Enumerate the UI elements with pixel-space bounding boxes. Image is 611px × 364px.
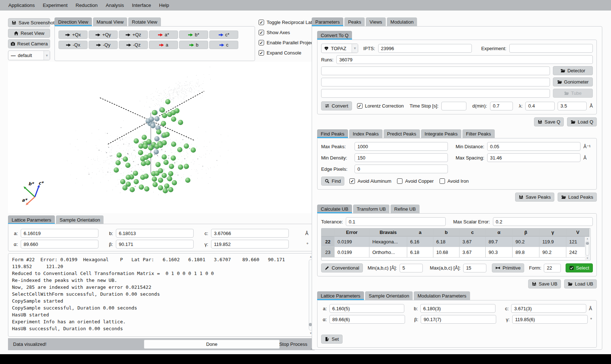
table-cell[interactable]: 0.0199 (335, 236, 369, 247)
table-cell[interactable]: 6.18 (407, 247, 433, 258)
gamma-field[interactable] (211, 240, 289, 248)
c-field[interactable] (211, 229, 289, 238)
tab-refine-ub[interactable]: Refine UB (391, 205, 419, 213)
checkbox-avoid-iron[interactable]: Avoid Iron (440, 178, 469, 184)
direction-button-c[interactable]: c (209, 41, 238, 49)
max-abc-field[interactable] (463, 264, 487, 272)
b-result-field[interactable] (420, 304, 495, 313)
set-button[interactable]: Set (321, 335, 343, 344)
convert-button[interactable]: Convert (321, 101, 352, 110)
max-scalar-error-field[interactable] (493, 217, 593, 226)
a-field[interactable] (21, 229, 98, 238)
save-peaks-button[interactable]: Save Peaks (515, 193, 554, 202)
stop-process-button[interactable]: Stop Process (279, 341, 307, 347)
table-row-form-22[interactable]: 220.0199Hexagona...6.166.183.6789.790.21… (321, 236, 590, 247)
beta-result-field[interactable] (421, 315, 496, 324)
table-scrollbar[interactable]: ▲▼ (585, 237, 590, 260)
lambda-max-field[interactable] (558, 102, 587, 110)
table-cell[interactable]: 90.2 (513, 236, 539, 247)
min-distance-field[interactable] (487, 142, 580, 151)
camera-preset-select[interactable]: — default ▼ (8, 50, 50, 60)
table-cell[interactable]: 90.3 (486, 247, 513, 258)
load-peaks-button[interactable]: Load Peaks (558, 193, 597, 202)
reset-camera-button[interactable]: Reset Camera (8, 39, 50, 48)
b-field[interactable] (116, 229, 194, 238)
detector-button[interactable]: Detector (553, 66, 593, 75)
scroll-down-icon[interactable]: ▼ (585, 257, 590, 259)
log-console[interactable]: Form #22 Error: 0.0199 Hexagonal P Lat P… (8, 253, 315, 337)
table-row-form-23[interactable]: 230.0199Orthorho...6.1810.683.6790.389.8… (321, 247, 590, 258)
runs-field[interactable] (336, 55, 593, 64)
save-screenshot-button[interactable]: Save Screenshot (8, 18, 50, 27)
edge-pixels-field[interactable] (355, 165, 448, 173)
table-cell[interactable]: 3.67 (460, 236, 486, 247)
tab-transform-ub[interactable]: Transform UB (353, 205, 389, 213)
dmin-field[interactable] (490, 102, 513, 110)
menu-item-applications[interactable]: Applications (4, 0, 39, 11)
tab-calculate-ub[interactable]: Calculate UB (317, 205, 352, 213)
form-field[interactable] (544, 264, 561, 272)
beta-field[interactable] (116, 240, 194, 248)
tab-peaks[interactable]: Peaks (344, 17, 365, 26)
menu-item-analysis[interactable]: Analysis (102, 0, 128, 11)
conventional-button[interactable]: Conventional (321, 263, 363, 272)
max-peaks-field[interactable] (355, 142, 448, 151)
table-cell[interactable]: 0.0199 (335, 247, 369, 258)
min-density-field[interactable] (355, 153, 448, 162)
lorentz-checkbox[interactable]: ✓ Lorentz Correction (357, 103, 404, 109)
load-q-button[interactable]: Load Q (567, 117, 597, 126)
alpha-result-field[interactable] (329, 315, 405, 324)
tab-predict-peaks[interactable]: Predict Peaks (384, 129, 420, 138)
tab-find-peaks[interactable]: Find Peaks (317, 129, 348, 138)
find-button[interactable]: Find (321, 177, 344, 186)
detector-file-field[interactable] (321, 66, 550, 75)
load-ub-button[interactable]: Load UB (564, 279, 597, 288)
menu-item-reduction[interactable]: Reduction (72, 0, 102, 11)
ipts-field[interactable] (378, 44, 472, 53)
direction-button-minus-qx[interactable]: -Qx (58, 41, 88, 49)
table-cell[interactable]: 89.7 (486, 236, 513, 247)
tab-direction-view[interactable]: Direction View (54, 17, 92, 26)
save-ub-button[interactable]: Save UB (528, 279, 561, 288)
primitive-button[interactable]: Primitive (492, 263, 524, 272)
a-result-field[interactable] (329, 304, 405, 313)
direction-button-plusminus-qz[interactable]: +Qz (119, 31, 148, 39)
tab-index-peaks[interactable]: Index Peaks (349, 129, 383, 138)
table-cell[interactable]: Orthorho... (369, 247, 407, 258)
direction-button-minus-qy[interactable]: -Qy (89, 41, 118, 49)
table-cell[interactable]: 10.68 (433, 247, 460, 258)
direction-button-a[interactable]: a (149, 41, 178, 49)
tab-modulation-parameters[interactable]: Modulation Parameters (414, 291, 470, 300)
tab-lattice-parameters[interactable]: Lattice Parameters (8, 215, 55, 224)
tab-manual-view[interactable]: Manual View (93, 17, 127, 26)
table-cell[interactable]: 89.8 (513, 247, 539, 258)
tab-modulation[interactable]: Modulation (387, 17, 417, 26)
min-abc-field[interactable] (400, 264, 423, 272)
tab-rotate-view[interactable]: Rotate View (128, 17, 161, 26)
table-cell[interactable]: Hexagona... (369, 236, 407, 247)
row-header[interactable]: 22 (321, 236, 335, 247)
direction-button-plusminus-qx[interactable]: +Qx (58, 31, 88, 39)
direction-button-astar[interactable]: a* (149, 31, 178, 39)
tab-parameters[interactable]: Parameters (312, 17, 343, 26)
direction-button-b[interactable]: b (179, 41, 208, 49)
max-spacing-field[interactable] (487, 153, 580, 162)
goniometer-file-field[interactable] (321, 78, 550, 86)
row-header[interactable]: 23 (321, 247, 335, 258)
tab-convert-to-q[interactable]: Convert To Q (317, 31, 352, 40)
select-button[interactable]: Select (566, 263, 593, 272)
tab-views[interactable]: Views (366, 17, 385, 26)
direction-button-minus-qz[interactable]: -Qz (119, 41, 148, 49)
menu-item-help[interactable]: Help (155, 0, 173, 11)
3d-viewport[interactable]: b*c*a* (8, 62, 315, 213)
table-cell[interactable]: 90.2 (539, 247, 566, 258)
reset-view-button[interactable]: Reset View (8, 29, 50, 38)
table-cell[interactable]: 3.67 (460, 247, 486, 258)
checkbox-avoid-copper[interactable]: Avoid Copper (397, 178, 434, 184)
c-result-field[interactable] (511, 304, 586, 313)
save-q-button[interactable]: Save Q (534, 117, 564, 126)
tab-lattice-parameters[interactable]: Lattice Parameters (317, 291, 364, 300)
direction-button-cstar[interactable]: c* (209, 31, 238, 39)
tab-integrate-peaks[interactable]: Integrate Peaks (421, 129, 461, 138)
tolerance-field[interactable] (346, 217, 446, 226)
